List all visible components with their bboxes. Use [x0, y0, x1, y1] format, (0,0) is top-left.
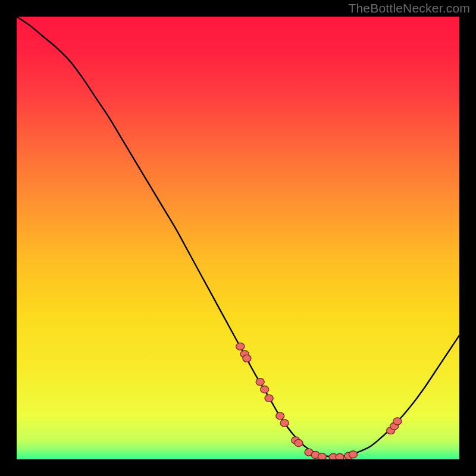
chart-frame: TheBottleNecker.com — [0, 0, 476, 476]
curve-marker — [261, 386, 269, 393]
curve-marker — [276, 412, 284, 419]
curve-marker — [243, 355, 251, 362]
curve-marker — [393, 418, 402, 425]
chart-background — [17, 17, 459, 459]
watermark-text: TheBottleNecker.com — [348, 1, 470, 15]
curve-marker — [236, 343, 245, 350]
curve-marker — [280, 419, 289, 427]
curve-marker — [336, 453, 344, 459]
curve-marker — [256, 378, 264, 386]
chart-svg — [17, 17, 459, 459]
curve-marker — [318, 453, 326, 459]
curve-marker — [295, 439, 303, 446]
curve-marker — [349, 451, 357, 458]
plot-area — [17, 17, 459, 459]
curve-marker — [265, 394, 273, 402]
